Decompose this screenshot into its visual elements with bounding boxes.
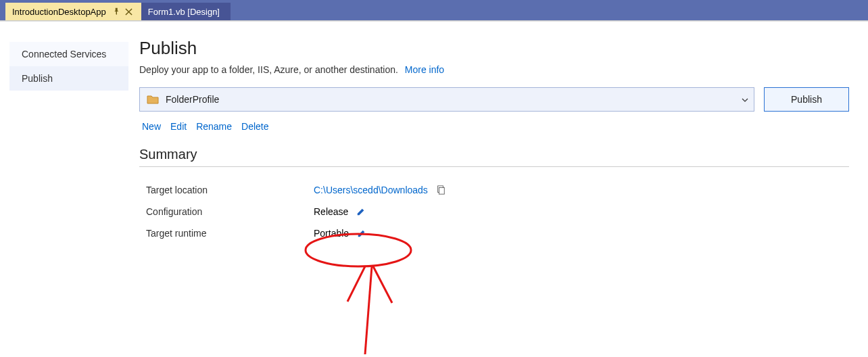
sidebar: Connected Services Publish [0,22,128,356]
page-title: Publish [139,38,849,59]
sidebar-item-label: Connected Services [22,49,106,60]
summary-label: Target runtime [139,228,314,239]
sidebar-item-connected-services[interactable]: Connected Services [9,42,128,66]
summary-value-target-location: C:\Users\scedd\Downloads [314,184,447,196]
more-info-link[interactable]: More info [405,64,444,75]
tab-strip: IntroductionDesktopApp Form1.vb [Design] [0,0,868,20]
publish-profile-name: FolderProfile [166,94,219,105]
summary-value-target-runtime: Portable [314,227,368,239]
summary-label: Target location [139,185,314,195]
svg-rect-1 [439,188,444,195]
pencil-icon[interactable] [356,227,368,239]
copy-icon[interactable] [435,184,447,196]
publish-profile-select[interactable]: FolderProfile [139,87,754,112]
summary-title: Summary [139,147,849,162]
publish-panel: Publish Deploy your app to a folder, IIS… [128,22,868,356]
tab-form-design[interactable]: Form1.vb [Design] [141,3,231,20]
summary-divider [139,166,849,167]
tab-label: IntroductionDesktopApp [12,7,110,17]
tabstrip-lead [0,3,5,20]
target-runtime-value: Portable [314,228,349,239]
sidebar-item-publish[interactable]: Publish [9,66,128,91]
profile-action-rename[interactable]: Rename [196,121,232,132]
pencil-icon[interactable] [355,206,367,218]
target-location-link[interactable]: C:\Users\scedd\Downloads [314,185,428,195]
subtitle-text: Deploy your app to a folder, IIS, Azure,… [139,64,398,75]
close-icon[interactable] [124,6,135,17]
summary-row-configuration: Configuration Release [139,201,849,222]
profile-action-delete[interactable]: Delete [241,121,268,132]
publish-button[interactable]: Publish [764,87,849,112]
pin-icon[interactable] [112,6,122,17]
summary-label: Configuration [139,206,314,217]
tab-label: Form1.vb [Design] [148,7,224,17]
summary-row-target-runtime: Target runtime Portable [139,222,849,244]
configuration-value: Release [314,206,348,217]
page-subtitle: Deploy your app to a folder, IIS, Azure,… [139,64,849,75]
summary-value-configuration: Release [314,206,367,218]
tab-active-project[interactable]: IntroductionDesktopApp [5,3,141,20]
sidebar-item-label: Publish [22,73,53,84]
profile-actions: New Edit Rename Delete [139,118,849,147]
chevron-down-icon [742,95,748,103]
folder-icon [147,95,159,104]
summary-row-target-location: Target location C:\Users\scedd\Downloads [139,179,849,201]
profile-action-new[interactable]: New [142,121,161,132]
profile-action-edit[interactable]: Edit [170,121,187,132]
